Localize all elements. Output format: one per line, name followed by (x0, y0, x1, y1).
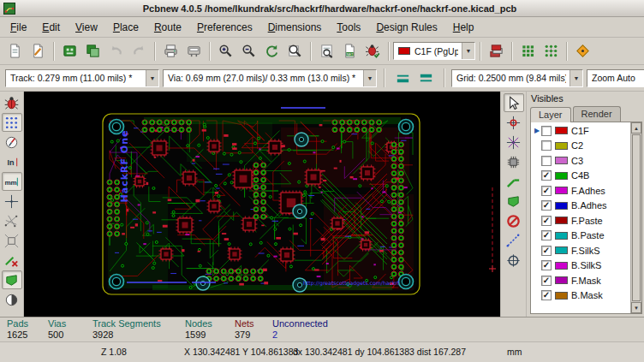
dropdown-arrow-icon[interactable]: ▼ (462, 43, 474, 59)
menu-edit[interactable]: Edit (34, 19, 68, 36)
zoom-in-button[interactable] (214, 40, 236, 62)
local-ratsnest-tool[interactable] (504, 133, 524, 151)
layer-manager-toggle-button[interactable] (485, 40, 507, 62)
pcb-canvas[interactable]: HackRF Onehttp://greatscottgadgets.com/h… (24, 92, 500, 317)
zoom-select[interactable]: Zoom Auto ▼ (587, 69, 644, 87)
polar-coords-toggle[interactable] (2, 133, 22, 151)
menu-help[interactable]: Help (445, 19, 482, 36)
plot-button[interactable] (182, 40, 205, 62)
layer-color-swatch[interactable] (555, 127, 568, 134)
layer-visibility-checkbox[interactable]: ✓ (541, 246, 552, 256)
layer-row-b-silks[interactable]: ✓B.SilkS (531, 258, 630, 274)
dropdown-arrow-icon[interactable]: ▼ (146, 70, 158, 86)
add-target-tool[interactable] (504, 251, 524, 270)
ratsnest-toggle[interactable] (2, 211, 22, 230)
layer-color-swatch[interactable] (555, 142, 568, 150)
layer-visibility-checkbox[interactable]: ✓ (541, 216, 552, 226)
high-contrast-toggle[interactable] (2, 290, 22, 309)
grid-size-select[interactable]: Grid: 0.2500 mm (9.84 mils) ▼ (451, 69, 583, 87)
track-width-list-button[interactable] (414, 67, 437, 89)
layer-row-c2[interactable]: C2 (531, 139, 630, 154)
zoom-fit-button[interactable] (283, 40, 306, 62)
scroll-down-icon[interactable]: ▼ (631, 302, 641, 313)
menu-design-rules[interactable]: Design Rules (368, 19, 444, 36)
menu-route[interactable]: Route (146, 19, 189, 36)
menu-dimensions[interactable]: Dimensions (260, 19, 330, 36)
layer-visibility-checkbox[interactable]: ✓ (541, 260, 552, 270)
highlight-net-tool[interactable] (504, 113, 524, 132)
active-layer-select[interactable]: C1F (PgUp)▼ (393, 42, 475, 60)
page-settings-button[interactable] (27, 40, 49, 62)
layer-row-f-mask[interactable]: ✓F.Mask (531, 273, 630, 288)
layer-row-f-paste[interactable]: ✓F.Paste (531, 213, 630, 228)
titlebar[interactable]: Pcbnew 4.0.5 /home/lkundrak/src/hackrf/h… (0, 0, 644, 17)
layer-visibility-checkbox[interactable]: ✓ (541, 200, 552, 211)
grid-visibility-toggle[interactable] (2, 113, 22, 132)
layer-visibility-checkbox[interactable]: ✓ (541, 290, 552, 300)
new-board-button[interactable] (3, 40, 26, 62)
tab-render[interactable]: Render (573, 106, 621, 122)
add-track-tool[interactable] (504, 172, 524, 191)
units-mm-toggle[interactable]: mm (2, 172, 22, 191)
add-zone-tool[interactable] (504, 192, 524, 211)
layer-visibility-checkbox[interactable] (541, 126, 552, 136)
netlist-button[interactable]: NET (338, 40, 361, 62)
scrollbar-thumb[interactable] (632, 134, 641, 301)
layer-color-swatch[interactable] (555, 262, 568, 270)
cursor-shape-toggle[interactable] (2, 192, 22, 211)
select-tool[interactable] (504, 93, 524, 112)
layer-color-swatch[interactable] (555, 187, 568, 194)
layer-visibility-checkbox[interactable]: ✓ (541, 170, 552, 181)
layer-color-swatch[interactable] (555, 157, 568, 164)
layer-color-swatch[interactable] (555, 202, 568, 210)
mode-track-button[interactable] (540, 40, 562, 62)
layer-color-swatch[interactable] (555, 172, 568, 180)
layer-row-f-silks[interactable]: ✓F.SilkS (531, 243, 630, 258)
show-zones-toggle[interactable] (2, 270, 22, 289)
layer-visibility-checkbox[interactable]: ✓ (541, 230, 552, 240)
dropdown-arrow-icon[interactable]: ▼ (569, 70, 582, 86)
layer-row-c1f[interactable]: ▶C1F (531, 123, 630, 139)
layer-list-scrollbar[interactable]: ▲ ▼ (630, 122, 641, 313)
menu-tools[interactable]: Tools (329, 19, 368, 36)
layer-row-b-mask[interactable]: ✓B.Mask (531, 288, 630, 304)
print-button[interactable] (159, 40, 182, 62)
module-ratsnest-toggle[interactable] (2, 231, 22, 250)
via-size-select[interactable]: Via: 0.69 mm (27.0 mils)/ 0.33 mm (13.0 … (163, 69, 377, 87)
layer-row-f-adhes[interactable]: ✓F.Adhes (531, 183, 630, 199)
menu-place[interactable]: Place (105, 19, 146, 36)
mode-footprint-button[interactable] (516, 40, 539, 62)
menu-view[interactable]: View (68, 19, 105, 36)
pcb-drawing[interactable]: HackRF Onehttp://greatscottgadgets.com/h… (24, 92, 500, 317)
layer-row-b-adhes[interactable]: ✓B.Adhes (531, 199, 630, 214)
scroll-up-icon[interactable]: ▲ (631, 122, 641, 134)
freeroute-button[interactable] (571, 40, 593, 62)
track-width-select[interactable]: Track: 0.279 mm (11.00 mils) * ▼ (5, 69, 159, 87)
layer-visibility-checkbox[interactable]: ✓ (541, 186, 552, 196)
open-board-button[interactable] (58, 40, 80, 62)
layer-color-swatch[interactable] (555, 246, 568, 254)
layer-visibility-checkbox[interactable] (541, 156, 552, 166)
layer-color-swatch[interactable] (555, 217, 568, 224)
menu-file[interactable]: File (3, 19, 34, 36)
auto-track-width-button[interactable] (391, 67, 414, 89)
layer-row-c3[interactable]: C3 (531, 153, 630, 169)
layer-color-swatch[interactable] (555, 292, 568, 300)
menu-preferences[interactable]: Preferences (189, 19, 260, 36)
find-button[interactable] (315, 40, 337, 62)
add-keepout-tool[interactable] (504, 211, 524, 230)
add-dimension-tool[interactable] (504, 231, 524, 250)
layer-color-swatch[interactable] (555, 232, 568, 240)
layer-row-b-paste[interactable]: ✓B.Paste (531, 228, 630, 244)
zoom-out-button[interactable] (237, 40, 259, 62)
units-inch-toggle[interactable]: In (2, 152, 22, 171)
layer-color-swatch[interactable] (555, 276, 568, 284)
drc-button[interactable] (361, 40, 384, 62)
layer-row-c4b[interactable]: ✓C4B (531, 169, 630, 184)
redraw-button[interactable] (260, 40, 283, 62)
dropdown-arrow-icon[interactable]: ▼ (363, 70, 376, 86)
add-footprint-tool[interactable] (504, 152, 524, 171)
save-board-button[interactable] (81, 40, 104, 62)
drc-off-toggle[interactable] (2, 93, 22, 112)
auto-delete-track-toggle[interactable] (2, 251, 22, 270)
